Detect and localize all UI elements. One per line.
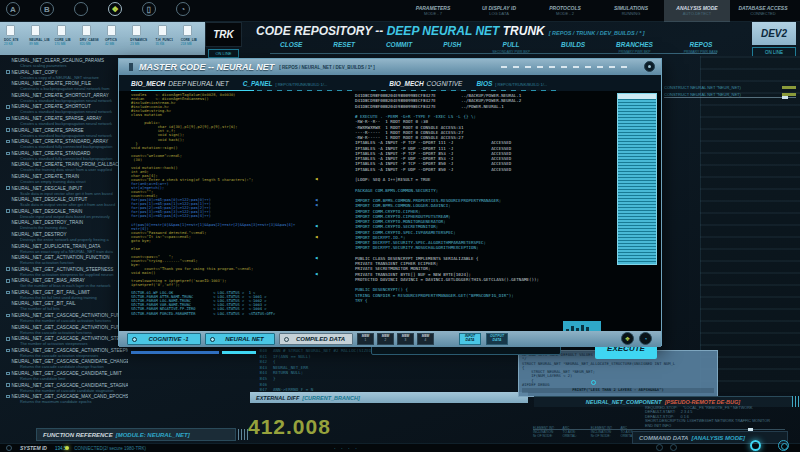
avatar-icon[interactable]: B: [40, 2, 54, 16]
list-item[interactable]: NEURAL_NET_CREATE_SHORTCUT Creates a sta…: [6, 104, 128, 114]
list-item[interactable]: NEURAL_NET_GET_BIAS_ARRAY Get the number…: [6, 278, 128, 288]
list-item[interactable]: NEURAL_NET_DESTROY_TRAIN Destructs the t…: [6, 220, 128, 230]
list-item[interactable]: NEURAL_NET_GET_CASCADE_ACTIVATION_STEEPN…: [6, 336, 128, 346]
tab-label: COGNITIVE -1: [141, 336, 200, 342]
file-item[interactable]: DRV_CAE98 820 MB: [80, 25, 102, 46]
top-menu-sublabel: RUNNING: [622, 12, 641, 17]
mem-1-button[interactable]: MEM1: [357, 333, 374, 345]
bookmark-icon: [6, 337, 10, 341]
right-panel-tab[interactable]: BIOS: [476, 80, 492, 87]
list-item[interactable]: NEURAL_NET_DUPLICATE_TRAIN_DATA Returns …: [6, 244, 128, 254]
avatar-icon[interactable]: ❖: [108, 2, 122, 16]
file-size: 23 KB: [4, 42, 13, 46]
top-menu-item[interactable]: DATABASE ACCESS CONNECTED: [730, 0, 796, 22]
file-item[interactable]: DYNAMICS 23 MB: [130, 25, 152, 46]
avatar-icon[interactable]: ▯: [142, 2, 156, 16]
power-button[interactable]: ◔: [639, 332, 652, 345]
function-description: The number of fail bits: [20, 306, 128, 311]
list-item[interactable]: NEURAL_NET_COPY Creates a copy of a NEUR…: [6, 70, 128, 80]
list-item[interactable]: NEURAL_NET_CREATE_TRAIN_FROM_CALLBACK Cr…: [6, 162, 128, 172]
list-item[interactable]: NEURAL_NET_CREATE_TRAIN Creates an empty…: [6, 174, 128, 184]
top-menu-item[interactable]: UI DISPLAY ID LOG DATA: [466, 0, 532, 22]
list-item[interactable]: NEURAL_NET_GET_CASCADE_CANDIDATE_STAGNAT…: [6, 383, 128, 393]
function-description: Constructs a backpropagation neural netw…: [20, 86, 128, 91]
target-ring-icon[interactable]: [778, 440, 789, 451]
list-item[interactable]: NEURAL_NET_GET_CASCADE_CANDIDATE_LIMIT R…: [6, 371, 128, 381]
list-item[interactable]: NEURAL_NET_CREATE_STANDARD_ARRAY Creates…: [6, 139, 128, 149]
refresh-icon[interactable]: [6, 445, 12, 451]
list-item[interactable]: NEURAL_NET_CLEAR_SCALING_PARAMS Clears s…: [6, 58, 128, 68]
tab-label: COMPILED DATA: [293, 336, 352, 342]
modules-button[interactable]: ❖: [621, 332, 634, 345]
mem-4-button[interactable]: MEM4: [417, 333, 434, 345]
line-text: IPTABLES -A INPUT -P UDP --DPORT 850 -J …: [355, 167, 511, 172]
avatar-icon[interactable]: A: [6, 2, 20, 16]
list-item[interactable]: NEURAL_NET_GET_CASCADE_CANDIDATE_CHANGE_…: [6, 359, 128, 369]
tab-neural-net[interactable]: NEURAL NET: [205, 333, 275, 345]
repo-menu-label: PUSH: [443, 41, 461, 48]
list-item[interactable]: NEURAL_NET_CREATE_STANDARD Creates a sta…: [6, 151, 128, 161]
active-ring-icon[interactable]: [750, 440, 761, 451]
title-suffix: TRUNK: [503, 24, 545, 38]
list-item[interactable]: NEURAL_NET_DESCALE_TRAIN Descale input a…: [6, 209, 128, 219]
list-item[interactable]: NEURAL_NET_GET_ACTIVATION_STEEPNESS Retu…: [6, 267, 128, 277]
gutter-marker-icon: ◀: [315, 177, 323, 182]
top-menu-sublabel: AUTO-DETECT: [683, 12, 711, 17]
avatar-icon[interactable]: ◔: [176, 2, 190, 16]
list-item[interactable]: NEURAL_NET_DESCALE_OUTPUT Scale data in …: [6, 197, 128, 207]
list-item[interactable]: NEURAL_NET_GET_CASCADE_ACTIVATION_FUNCTI…: [6, 325, 128, 335]
tab-compiled-data[interactable]: COMPILED DATA: [279, 333, 353, 345]
top-menu-item[interactable]: PROTOCOLS MODE - 2: [532, 0, 598, 22]
file-size: 23 MB: [130, 42, 139, 46]
close-icon[interactable]: [644, 61, 655, 72]
right-code-pane[interactable]: ◀ D41D8CD98F00B204E9800998ECF8427E ../BA…: [315, 93, 615, 331]
external-diff-bar[interactable]: EXTERNAL DIFF [CURRENT_BRANCH]: [250, 392, 528, 403]
code-minimap[interactable]: [617, 93, 657, 265]
file-item[interactable]: CORE_LIB 170 MB: [55, 25, 77, 46]
list-item[interactable]: NEURAL_NET_CREATE_SHORTCUT_ARRAY Creates…: [6, 93, 128, 103]
list-item[interactable]: NEURAL_NET_DESTROY Destroys the entire n…: [6, 232, 128, 242]
function-description: Returns the number of cascade activation…: [20, 318, 128, 323]
system-circle-icon[interactable]: [656, 444, 663, 451]
function-description: Destructs the training data: [20, 225, 128, 230]
file-item[interactable]: DOC_878 23 KB: [4, 25, 26, 46]
function-description: Creates an empty training data struct: [20, 179, 128, 184]
command-data-bar[interactable]: COMMAND DATA [ANALYSIS MODE]: [632, 431, 788, 444]
mem-2-button[interactable]: MEM2: [377, 333, 394, 345]
list-item[interactable]: NEURAL_NET_GET_BIT_FAIL_LIMIT Returns th…: [6, 290, 128, 300]
file-item[interactable]: CORE_LIB 218 MB: [181, 25, 203, 46]
label-cluster: ELEMENT INT: INCLINATION: Nr OF NODE: AR…: [533, 426, 577, 438]
list-item[interactable]: NEURAL_NET_CREATE_SPARSE Creates a stand…: [6, 128, 128, 138]
horizontal-slider[interactable]: [664, 97, 796, 98]
command-data-mode: [ANALYSIS MODE]: [691, 435, 745, 441]
left-code-pane[interactable]: voodles <- diconAgetTagValue(0x0028, 0x0…: [131, 93, 311, 325]
slider-handle[interactable]: [782, 96, 788, 99]
list-item[interactable]: NEURAL_NET_GET_BIT_FAIL The number of fa…: [6, 301, 128, 311]
bookmark-icon: [6, 395, 10, 399]
avatar-glyph-icon: B: [44, 5, 50, 14]
top-menu-item[interactable]: ANALYSIS MODE AUTO-DETECT: [664, 0, 730, 22]
list-item[interactable]: NEURAL_NET_CREATE_SPARSE_ARRAY Creates a…: [6, 116, 128, 126]
bookmark-icon: [6, 209, 10, 213]
list-item[interactable]: NEURAL_NET_GET_ACTIVATION_FUNCTION Retur…: [6, 255, 128, 265]
file-item[interactable]: OPTICS 42 MB: [105, 25, 127, 46]
output-data-button[interactable]: OUTPUT DATA: [486, 333, 508, 345]
left-panel-tab[interactable]: C_PANEL: [243, 80, 273, 87]
list-item[interactable]: NEURAL_NET_GET_CASCADE_ACTIVATION_STEEPN…: [6, 348, 128, 358]
input-data-button[interactable]: INPUT DATA: [459, 333, 481, 345]
list-item[interactable]: NEURAL_NET_DESCALE_INPUT Scale data in i…: [6, 186, 128, 196]
file-icon: [158, 25, 167, 36]
list-item[interactable]: NEURAL_NET_GET_CASCADE_MAX_CAND_EPOCHS R…: [6, 394, 128, 404]
avatar-icon[interactable]: [74, 2, 88, 16]
file-size: 35 KB: [156, 42, 165, 46]
list-item[interactable]: NEURAL_NET_GET_CASCADE_ACTIVATION_FUNCTI…: [6, 313, 128, 323]
tab-cognitive-1[interactable]: COGNITIVE -1: [127, 333, 201, 345]
system-circle-icon[interactable]: [670, 444, 677, 451]
mem-3-button[interactable]: MEM3: [397, 333, 414, 345]
file-item[interactable]: NEURAL_LIB 89 MB: [29, 25, 51, 46]
top-menu-item[interactable]: SIMULATIONS RUNNING: [598, 0, 664, 22]
top-menu-item[interactable]: PARAMETERS MODE - 7: [400, 0, 466, 22]
file-item[interactable]: T-H_FUNC1 35 KB: [156, 25, 178, 46]
list-item[interactable]: NEURAL_NET_CREATE_FROM_FILE Constructs a…: [6, 81, 128, 91]
file-size: 170 MB: [55, 42, 66, 46]
